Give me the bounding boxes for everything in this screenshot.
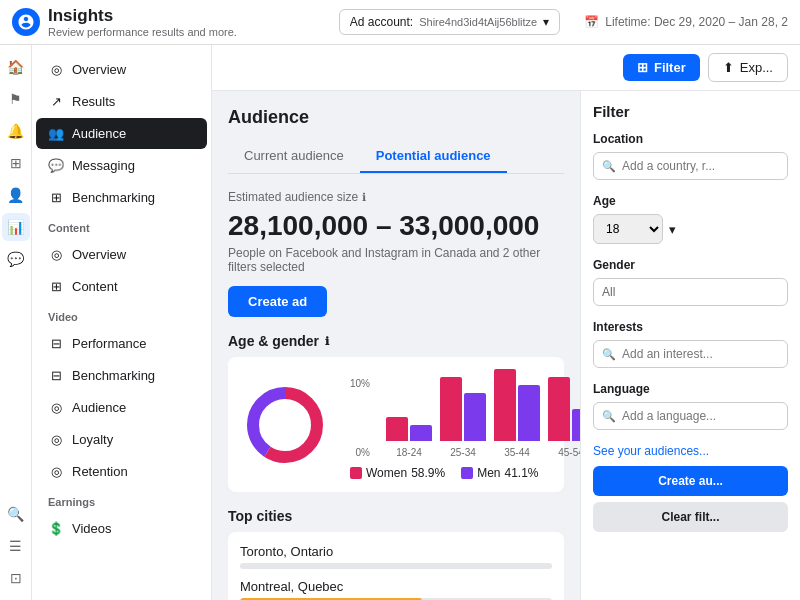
- filter-btn-row: See your audiences... Create au... Clear…: [593, 444, 788, 532]
- legend-women-label: Women: [366, 466, 407, 480]
- retention-icon: ◎: [48, 464, 64, 479]
- legend-men: Men 41.1%: [461, 466, 538, 480]
- export-button[interactable]: ⬆ Exp...: [708, 53, 788, 82]
- info-icon: ℹ: [362, 191, 366, 204]
- video-benchmarking-icon: ⊟: [48, 368, 64, 383]
- sidebar-item-video-performance[interactable]: ⊟ Performance: [36, 328, 207, 359]
- bar-men-35-44: [518, 385, 540, 441]
- age-bars-25-34: [440, 377, 486, 441]
- bar-women-35-44: [494, 369, 516, 441]
- interests-input[interactable]: [622, 347, 779, 361]
- sidebar-label-benchmarking: Benchmarking: [72, 190, 155, 205]
- filter-icon: ⊞: [637, 60, 648, 75]
- location-input[interactable]: [622, 159, 779, 173]
- age-label-18-24: 18-24: [396, 447, 422, 458]
- sidebar-label-retention: Retention: [72, 464, 128, 479]
- iconbar-person[interactable]: 👤: [2, 181, 30, 209]
- sidebar: ◎ Overview ↗ Results 👥 Audience 💬 Messag…: [32, 45, 212, 600]
- ad-account-select[interactable]: Ad account: Shire4nd3id4tAij56blitze ▾: [339, 9, 560, 35]
- language-input[interactable]: [622, 409, 779, 423]
- sidebar-item-video-benchmarking[interactable]: ⊟ Benchmarking: [36, 360, 207, 391]
- age-gender-chart: 10% 0%: [228, 357, 564, 492]
- filter-section-location: Location 🔍: [593, 132, 788, 180]
- sidebar-label-video-performance: Performance: [72, 336, 146, 351]
- sidebar-label-overview: Overview: [72, 62, 126, 77]
- age-label-35-44: 35-44: [504, 447, 530, 458]
- iconbar-grid[interactable]: ⊞: [2, 149, 30, 177]
- see-audiences-link[interactable]: See your audiences...: [593, 444, 788, 458]
- filter-age-row: 18 ▾: [593, 214, 788, 244]
- videos-icon: 💲: [48, 521, 64, 536]
- sidebar-item-content-overview[interactable]: ◎ Overview: [36, 239, 207, 270]
- city-name-montreal: Montreal, Quebec: [240, 579, 552, 594]
- sidebar-item-results[interactable]: ↗ Results: [36, 86, 207, 117]
- legend-women: Women 58.9%: [350, 466, 445, 480]
- sidebar-item-audience[interactable]: 👥 Audience: [36, 118, 207, 149]
- export-btn-label: Exp...: [740, 60, 773, 75]
- create-ad-button[interactable]: Create ad: [228, 286, 327, 317]
- age-bars-35-44: [494, 369, 540, 441]
- sidebar-item-video-audience[interactable]: ◎ Audience: [36, 392, 207, 423]
- sidebar-label-content: Content: [72, 279, 118, 294]
- iconbar-search[interactable]: 🔍: [2, 500, 30, 528]
- sidebar-label-loyalty: Loyalty: [72, 432, 113, 447]
- donut-chart-svg: [240, 380, 330, 470]
- filter-input-interests[interactable]: 🔍: [593, 340, 788, 368]
- results-icon: ↗: [48, 94, 64, 109]
- legend-men-label: Men: [477, 466, 500, 480]
- iconbar-chart[interactable]: 📊: [2, 213, 30, 241]
- city-bar-container-toronto: [240, 563, 552, 569]
- tab-potential-audience[interactable]: Potential audience: [360, 140, 507, 173]
- filter-gender-display[interactable]: All: [593, 278, 788, 306]
- sidebar-label-content-overview: Overview: [72, 247, 126, 262]
- sidebar-item-benchmarking[interactable]: ⊞ Benchmarking: [36, 182, 207, 213]
- bar-groups: 18-24 25-34: [386, 369, 580, 458]
- sidebar-item-videos[interactable]: 💲 Videos: [36, 513, 207, 544]
- filter-panel-title: Filter: [593, 103, 630, 120]
- bar-men-18-24: [410, 425, 432, 441]
- filter-section-language: Language 🔍: [593, 382, 788, 430]
- filter-input-language[interactable]: 🔍: [593, 402, 788, 430]
- audience-desc: People on Facebook and Instagram in Cana…: [228, 246, 564, 274]
- ad-account-value: Shire4nd3id4tAij56blitze: [419, 16, 537, 28]
- iconbar-bell[interactable]: 🔔: [2, 117, 30, 145]
- y-label-0: 0%: [350, 447, 370, 458]
- city-name-toronto: Toronto, Ontario: [240, 544, 552, 559]
- age-chart-wrapper: 10% 0%: [240, 369, 552, 480]
- iconbar-message[interactable]: 💬: [2, 245, 30, 273]
- sidebar-label-audience: Audience: [72, 126, 126, 141]
- app-title: Insights: [48, 6, 237, 26]
- tab-current-audience[interactable]: Current audience: [228, 140, 360, 173]
- filter-label-interests: Interests: [593, 320, 788, 334]
- sidebar-label-video-audience: Audience: [72, 400, 126, 415]
- y-label-10: 10%: [350, 378, 370, 389]
- sidebar-item-retention[interactable]: ◎ Retention: [36, 456, 207, 487]
- age-from-select[interactable]: 18: [593, 214, 663, 244]
- iconbar-home[interactable]: 🏠: [2, 53, 30, 81]
- content-icon: ⊞: [48, 279, 64, 294]
- main-layout: 🏠 ⚑ 🔔 ⊞ 👤 📊 💬 🔍 ☰ ⊡ ◎ Overview ↗ Results…: [0, 45, 800, 600]
- bar-group-35-44: 35-44: [494, 369, 540, 458]
- sidebar-item-content[interactable]: ⊞ Content: [36, 271, 207, 302]
- audience-icon: 👥: [48, 126, 64, 141]
- age-label-25-34: 25-34: [450, 447, 476, 458]
- sidebar-item-overview[interactable]: ◎ Overview: [36, 54, 207, 85]
- video-audience-icon: ◎: [48, 400, 64, 415]
- clear-filter-button[interactable]: Clear filt...: [593, 502, 788, 532]
- loyalty-icon: ◎: [48, 432, 64, 447]
- sidebar-item-messaging[interactable]: 💬 Messaging: [36, 150, 207, 181]
- city-item-toronto: Toronto, Ontario: [240, 544, 552, 569]
- create-audience-button[interactable]: Create au...: [593, 466, 788, 496]
- sidebar-item-loyalty[interactable]: ◎ Loyalty: [36, 424, 207, 455]
- city-item-montreal: Montreal, Quebec 5.84%: [240, 579, 552, 600]
- legend-women-dot: [350, 467, 362, 479]
- filter-section-gender: Gender All: [593, 258, 788, 306]
- filter-button[interactable]: ⊞ Filter: [623, 54, 700, 81]
- filter-input-location[interactable]: 🔍: [593, 152, 788, 180]
- iconbar-flag[interactable]: ⚑: [2, 85, 30, 113]
- est-audience-label: Estimated audience size ℹ: [228, 190, 564, 204]
- filter-header-row: Filter: [593, 103, 788, 120]
- iconbar-menu[interactable]: ☰: [2, 532, 30, 560]
- export-icon: ⬆: [723, 60, 734, 75]
- iconbar-sidebar-toggle[interactable]: ⊡: [2, 564, 30, 592]
